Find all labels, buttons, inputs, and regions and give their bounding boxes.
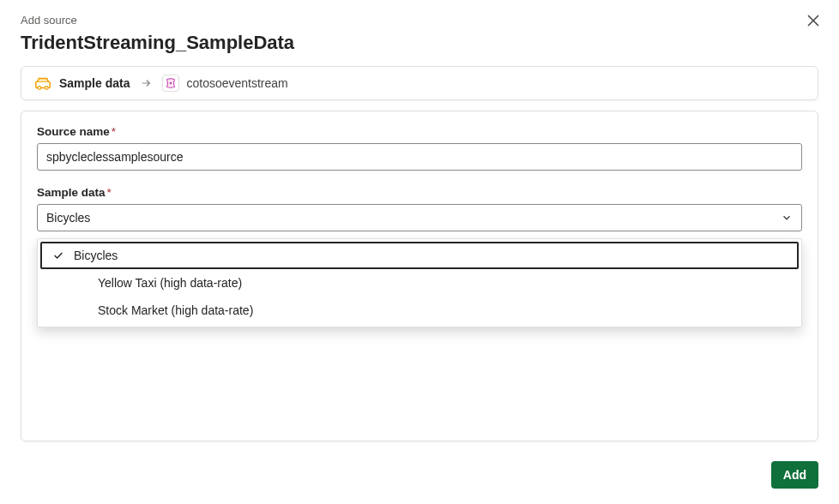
form-card: Source name* Sample data* Bicycles Bicyc… [21, 111, 818, 441]
dialog-footer: Add [771, 461, 818, 489]
sample-data-dropdown: Bicycles Yellow Taxi (high data-rate) St… [37, 238, 802, 327]
dropdown-option-yellow-taxi[interactable]: Yellow Taxi (high data-rate) [38, 269, 801, 297]
required-marker: * [112, 125, 116, 138]
close-button[interactable] [801, 10, 825, 34]
dropdown-option-stock-market[interactable]: Stock Market (high data-rate) [38, 297, 801, 324]
source-name-label: Source name* [37, 125, 802, 138]
required-marker: * [107, 186, 112, 199]
source-name-label-text: Source name [37, 125, 110, 138]
breadcrumb-destination-label: cotosoeventstream [186, 76, 287, 90]
add-button[interactable]: Add [771, 461, 818, 489]
close-icon [806, 14, 820, 31]
dropdown-option-label: Bicycles [74, 249, 118, 262]
svg-point-3 [170, 82, 172, 85]
svg-point-2 [45, 87, 48, 90]
breadcrumb-source-label: Sample data [59, 76, 130, 90]
breadcrumb-source: Sample data [33, 74, 130, 93]
dropdown-option-label: Stock Market (high data-rate) [74, 303, 253, 317]
svg-point-1 [38, 87, 41, 90]
sample-data-selected-value: Bicycles [46, 211, 90, 225]
sample-data-select[interactable]: Bicycles [37, 204, 802, 231]
sample-data-label-text: Sample data [37, 186, 106, 199]
chevron-down-icon [781, 212, 793, 224]
sample-data-label: Sample data* [37, 186, 802, 199]
breadcrumb: Sample data cotosoeventstream [21, 66, 818, 100]
sample-data-icon [33, 74, 52, 93]
check-icon [51, 249, 65, 261]
arrow-right-icon [140, 77, 152, 89]
add-source-dialog: Add source TridentStreaming_SampleData S… [0, 0, 839, 504]
source-name-input[interactable] [37, 143, 802, 171]
dropdown-option-bicycles[interactable]: Bicycles [40, 242, 799, 269]
eventstream-icon [162, 75, 179, 92]
breadcrumb-destination: cotosoeventstream [162, 75, 287, 92]
dropdown-option-label: Yellow Taxi (high data-rate) [74, 276, 242, 290]
dialog-title: TridentStreaming_SampleData [21, 32, 818, 54]
dialog-subtitle: Add source [21, 14, 818, 27]
